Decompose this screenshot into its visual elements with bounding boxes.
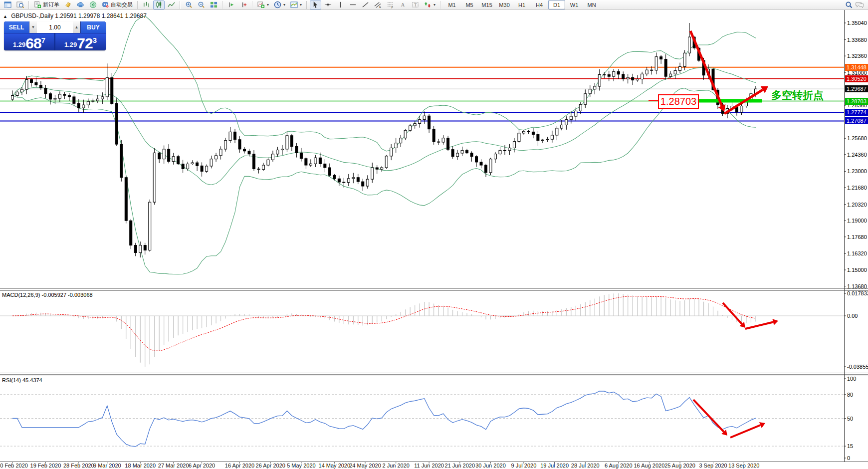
trend-arrow-macd[interactable] [745,319,778,329]
date-axis-label: 10 Feb 2020 [0,463,28,469]
signals-button[interactable] [87,0,99,9]
timeframe-button-m30[interactable]: M30 [496,0,513,9]
timeframe-button-m1[interactable]: M1 [443,0,460,9]
bullish-candle [92,101,94,101]
sell-price-small: 1.29 [13,41,25,48]
horizontal-line-tool-button[interactable] [347,0,359,9]
timeframe-button-h1[interactable]: H1 [513,0,530,9]
date-axis-label: 11 Jun 2020 [414,463,444,469]
date-axis-label: 19 Feb 2020 [30,463,61,469]
autotrading-label: 自动交易 [111,1,133,8]
macd-axis-tick: 0.017833 [847,290,868,296]
sell-button[interactable]: SELL [4,21,29,33]
date-axis-label: 30 Jun 2020 [475,463,506,469]
trend-arrow-rsi[interactable] [730,422,765,438]
bearish-candle [252,154,255,169]
bullish-candle [494,154,496,159]
bullish-candle [153,153,156,202]
buy-price-big: 72 [77,37,92,50]
chat-icon[interactable] [856,1,864,8]
trend-arrow-macd[interactable] [723,303,745,328]
trend-arrow-rsi[interactable] [693,400,727,436]
line-chart-icon [168,1,175,8]
equidistant-channel-tool-button[interactable]: E [372,0,384,9]
sell-price-sup: 7 [41,36,45,44]
new-order-button[interactable]: 新订单 [32,0,61,9]
turning-point-annotation[interactable]: 多空转折点 [771,88,824,102]
bearish-candle [632,77,634,80]
bullish-candle [584,94,587,104]
text-label-tool-button[interactable]: T [410,0,421,9]
zoom-out-button[interactable] [196,0,207,9]
bullish-candle [546,139,549,140]
bullish-candle [224,141,227,149]
bearish-candle [428,116,431,129]
date-axis-label: 28 Jul 2020 [571,463,600,469]
fibonacci-tool-button[interactable]: F [385,0,396,9]
tile-windows-button[interactable] [208,0,219,9]
bearish-candle [362,182,364,186]
periods-button[interactable]: ▾ [272,0,287,9]
auto-scroll-button[interactable] [225,0,237,9]
market-watch-icon[interactable] [2,0,13,9]
volume-increase-button[interactable]: ▲ [73,21,80,33]
bullish-candle [381,168,383,169]
crosshair-tool-button[interactable] [322,0,334,9]
bullish-candle [669,74,672,76]
mql5-community-button[interactable] [75,0,86,9]
chart-shift-button[interactable] [238,0,249,9]
date-axis-label: 21 Jun 2020 [445,463,475,469]
vertical-line-icon [337,1,344,8]
market-depth-button[interactable] [62,0,74,9]
collapse-triangle-icon[interactable]: ▲ [3,14,7,19]
arrows-tool-button[interactable]: ▾ [422,0,437,9]
crosshair-icon [324,1,332,8]
line-chart-mode-button[interactable] [166,0,177,9]
volume-input[interactable]: 1.00 [37,21,73,33]
chevron-down-icon: ▾ [283,2,285,7]
timeframe-button-m15[interactable]: M15 [478,0,495,9]
timeframe-button-mn[interactable]: MN [583,0,600,9]
bullish-candle [20,89,23,92]
bullish-candle [575,111,577,116]
autotrading-button[interactable]: 自动交易 [100,0,135,9]
bar-chart-mode-button[interactable] [141,0,152,9]
date-axis-label: 18 Mar 2020 [125,463,156,469]
indicators-icon [257,1,265,8]
buy-price-display[interactable]: 1.29723 [55,33,106,50]
candlestick-mode-button[interactable] [153,0,165,9]
zoom-in-button[interactable] [183,0,195,9]
bullish-candle [423,116,426,119]
templates-button[interactable]: ▾ [288,0,304,9]
macd-panel [0,293,844,367]
trendline-tool-button[interactable] [360,0,371,9]
volume-decrease-button[interactable]: ▼ [29,21,37,33]
timeframe-button-m5[interactable]: M5 [461,0,478,9]
svg-text:T: T [414,2,417,7]
cursor-tool-button[interactable] [310,0,321,9]
rsi-line [12,391,756,447]
main-chart-panel [0,16,844,274]
window-icon [4,1,11,8]
timeframe-button-h4[interactable]: H4 [531,0,548,9]
chevron-down-icon: ▾ [434,2,435,7]
vertical-line-tool-button[interactable] [335,0,346,9]
macd-indicator-label: MACD(12,26,9) -0.005927 -0.003068 [2,292,93,298]
bullish-candle [163,149,165,159]
buy-price-sup: 3 [93,36,97,44]
bullish-candle [16,92,18,95]
bearish-candle [68,95,70,97]
timeframe-button-d1[interactable]: D1 [548,0,565,9]
chart-canvas[interactable] [0,0,868,469]
search-icon[interactable] [845,1,853,8]
sell-price-display[interactable]: 1.29687 [4,33,54,50]
price-callout-label[interactable]: 1.28703 [658,94,699,109]
buy-button[interactable]: BUY [81,21,106,33]
sell-price-big: 68 [25,37,41,50]
indicators-button[interactable]: ▾ [255,0,271,9]
profiles-icon-button[interactable] [14,0,26,9]
macd-axis-tick: -0.038559 [847,364,868,370]
text-tool-button[interactable]: A [397,0,409,9]
timeframe-button-w1[interactable]: W1 [566,0,583,9]
bearish-candle [144,245,146,250]
